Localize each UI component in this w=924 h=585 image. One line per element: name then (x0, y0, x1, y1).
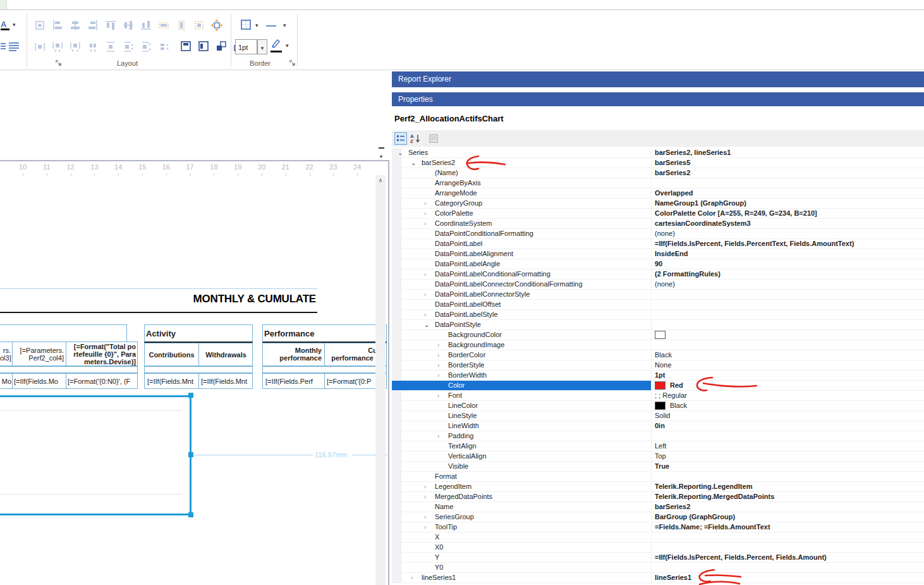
property-value-cell[interactable]: =IIf(Fields.IsPercent, Fields.PercentTex… (651, 239, 924, 249)
expand-icon[interactable]: › (424, 269, 426, 279)
v-spacing-decrease-icon[interactable] (140, 41, 152, 52)
expand-icon[interactable]: › (437, 350, 439, 360)
property-value-cell[interactable]: Red (651, 381, 924, 391)
property-name-cell[interactable]: ›SeriesGroup (392, 512, 651, 522)
justify-lines-icon[interactable] (8, 41, 20, 52)
property-row-format[interactable]: Format (392, 472, 924, 482)
table-cell[interactable]: rs. ol3] (0, 342, 12, 366)
property-row-visible[interactable]: VisibleTrue (392, 462, 924, 472)
property-value-cell[interactable] (651, 431, 924, 441)
properties-titlebar[interactable]: Properties (392, 92, 924, 106)
property-value-cell[interactable]: 90 (651, 259, 924, 269)
property-row-color[interactable]: ColorRed (392, 381, 924, 391)
property-row-datapointconditionalformatting[interactable]: DataPointConditionalFormatting(none) (392, 229, 924, 239)
align-middles-icon[interactable] (123, 20, 134, 31)
performance-data-row[interactable]: [=IIf(Fields.Perf [=Format('{0:P (262, 373, 387, 389)
property-value-cell[interactable]: (none) (651, 280, 924, 290)
border-color-pen-icon[interactable] (271, 38, 282, 49)
property-name-cell[interactable]: DataPointLabelOffset (392, 300, 651, 310)
property-name-cell[interactable]: ›BorderStyle (392, 360, 651, 371)
property-row-x0[interactable]: X0 (392, 543, 924, 553)
property-name-cell[interactable]: ›ToolTip (392, 522, 651, 533)
property-value-cell[interactable] (651, 330, 924, 340)
activity-spacer-row[interactable] (144, 366, 253, 373)
property-row-datapointlabel[interactable]: DataPointLabel=IIf(Fields.IsPercent, Fie… (392, 239, 924, 249)
property-row-mergeddatapoints[interactable]: ›MergedDataPointsTelerik.Reporting.Merge… (392, 492, 924, 502)
property-name-cell[interactable]: BackgroundColor (392, 330, 651, 340)
same-width-icon[interactable] (158, 20, 169, 31)
property-row-datapointlabelangle[interactable]: DataPointLabelAngle90 (392, 259, 924, 269)
property-pages-button[interactable] (427, 132, 440, 145)
expand-icon[interactable]: › (424, 512, 426, 522)
size-to-grid-icon[interactable] (211, 20, 222, 31)
left-table-data-row[interactable]: Mo [=IIf(Fields.Mo [=Format('{0:N0}', (F (0, 373, 138, 389)
property-value-cell[interactable] (651, 320, 924, 330)
property-name-cell[interactable]: DataPointLabelAlignment (392, 249, 651, 259)
property-value-cell[interactable]: =IIf(Fields.IsPercent, Fields.Percent, F… (651, 553, 924, 563)
property-name-cell[interactable]: Color (392, 381, 651, 391)
expand-icon[interactable]: › (424, 482, 426, 491)
expand-icon[interactable]: › (424, 290, 426, 299)
property-row-datapointlabelconnectorconditionalformatting[interactable]: DataPointLabelConnectorConditionalFormat… (392, 280, 924, 290)
property-value-cell[interactable]: (none) (651, 229, 924, 239)
table-cell[interactable]: Withdrawals (198, 343, 253, 366)
expand-icon[interactable]: › (437, 431, 439, 441)
property-name-cell[interactable]: ›Padding (392, 431, 651, 441)
property-value-cell[interactable]: Black (651, 350, 924, 360)
dialog-launcher-icon[interactable] (56, 60, 62, 66)
property-row-bordercolor[interactable]: ›BorderColorBlack (392, 350, 924, 360)
property-value-cell[interactable] (651, 310, 924, 320)
property-row-name[interactable]: NamebarSeries2 (392, 502, 924, 512)
collapse-icon[interactable]: ⌄ (398, 148, 403, 157)
property-name-cell[interactable]: Y (392, 553, 651, 563)
property-row-datapointstyle[interactable]: ⌄DataPointStyle (392, 320, 924, 330)
expand-icon[interactable]: › (424, 522, 426, 532)
property-row-textalign[interactable]: TextAlignLeft (392, 441, 924, 452)
property-row-x[interactable]: X (392, 533, 924, 543)
property-value-cell[interactable]: None (651, 360, 924, 371)
table-cell[interactable]: Mo (0, 374, 12, 388)
property-value-cell[interactable]: ; ; Regular (651, 391, 924, 401)
activity-table-title[interactable]: Activity (144, 324, 253, 343)
property-value-cell[interactable]: 0in (651, 421, 924, 431)
h-spacing-equal-icon[interactable] (34, 41, 46, 52)
property-name-cell[interactable]: ⌄barSeries2 (392, 158, 651, 168)
property-value-cell[interactable] (651, 178, 924, 188)
property-row-name[interactable]: (Name)barSeries2 (392, 168, 924, 178)
property-value-cell[interactable]: NameGroup1 (GraphGroup) (651, 199, 924, 209)
property-value-cell[interactable]: InsideEnd (651, 249, 924, 259)
property-value-cell[interactable]: BarGroup (GraphGroup) (651, 512, 924, 522)
property-value-cell[interactable]: Black (651, 401, 924, 411)
property-name-cell[interactable]: VerticalAlign (392, 452, 651, 462)
align-bottoms-icon[interactable] (140, 20, 152, 31)
property-row-datapointlabelconditionalformatting[interactable]: ›DataPointLabelConditionalFormatting(2 F… (392, 269, 924, 280)
property-name-cell[interactable]: ›BackgroundImage (392, 340, 651, 350)
expand-icon[interactable]: › (424, 310, 426, 319)
property-row-barseries2[interactable]: ⌄barSeries2barSeries5 (392, 158, 924, 168)
property-name-cell[interactable]: ›DataPointLabelStyle (392, 310, 651, 320)
scroll-up-icon[interactable]: ∧ (375, 177, 386, 183)
property-row-legenditem[interactable]: ›LegendItemTelerik.Reporting.LegendItem (392, 482, 924, 492)
table-cell[interactable]: [=Parameters. Perf2_col4] (12, 342, 66, 366)
property-name-cell[interactable]: LineWidth (392, 421, 651, 431)
left-table-header-band[interactable] (0, 324, 127, 342)
property-value-cell[interactable]: barSeries2 (651, 502, 924, 512)
expand-icon[interactable]: › (411, 573, 413, 582)
property-value-cell[interactable] (651, 340, 924, 350)
table-cell[interactable]: [=Format('{0:N0}', (F (66, 374, 138, 388)
table-cell[interactable]: [=IIf(Fields.Perf (263, 374, 324, 388)
property-row-backgroundcolor[interactable]: BackgroundColor (392, 330, 924, 340)
activity-data-row[interactable]: [=IIf(Fields.Mnt [=IIf(Fields.Mnt (144, 373, 253, 389)
property-row-y0[interactable]: Y0 (392, 563, 924, 573)
border-select-caret-icon[interactable]: ▾ (255, 23, 258, 28)
table-cell[interactable]: Contributions (145, 343, 198, 366)
expand-icon[interactable]: › (437, 391, 439, 400)
table-cell[interactable]: [=IIf(Fields.Mnt (145, 374, 198, 388)
property-name-cell[interactable]: ›LegendItem (392, 482, 651, 492)
property-name-cell[interactable]: Name (392, 502, 651, 512)
property-name-cell[interactable]: ›Font (392, 391, 651, 401)
property-row-series[interactable]: ⌄SeriesbarSeries2, lineSeries1 (392, 148, 924, 158)
selection-handle[interactable] (188, 512, 193, 517)
align-tops-icon[interactable] (105, 20, 116, 31)
property-name-cell[interactable]: ›CategoryGroup (392, 199, 651, 209)
